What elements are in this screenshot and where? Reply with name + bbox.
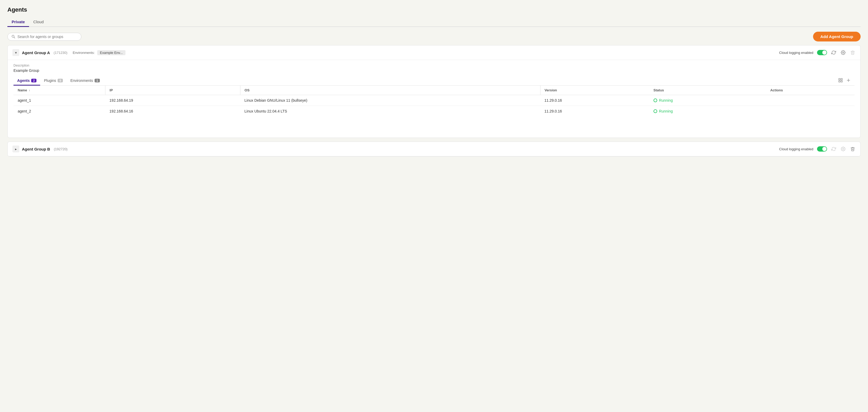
group-header-b: ▸ Agent Group B (192720) Cloud logging e…	[8, 142, 860, 156]
table-spacer	[13, 117, 855, 137]
page-container: Agents Private Cloud Add Agent Group ▾ A…	[0, 0, 868, 167]
group-b-id: (192720)	[54, 147, 68, 151]
agent-1-os: Linux Debian GNU/Linux 11 (bullseye)	[240, 95, 540, 106]
search-box	[7, 33, 81, 41]
inner-tab-agents-label: Agents	[17, 78, 30, 83]
expand-group-b-button[interactable]: ▸	[12, 146, 19, 152]
table-row: agent_1 192.168.64.19 Linux Debian GNU/L…	[13, 95, 855, 106]
group-a-env-label: Environments:	[73, 51, 95, 55]
grid-icon	[838, 78, 843, 83]
group-a-delete-button[interactable]	[850, 50, 856, 56]
agent-2-status-dot	[653, 109, 657, 113]
delete-icon	[850, 147, 855, 151]
inner-tab-plugins-a[interactable]: Plugins 0	[40, 76, 67, 86]
inner-tab-plugins-badge: 0	[58, 79, 63, 83]
add-agent-button[interactable]	[845, 77, 851, 83]
svg-rect-6	[841, 81, 842, 82]
svg-rect-5	[839, 81, 840, 82]
agent-2-version: 11.29.0.16	[540, 106, 649, 117]
agent-2-os: Linux Ubuntu 22.04.4 LTS	[240, 106, 540, 117]
col-header-version: Version	[540, 86, 649, 95]
refresh-icon	[831, 147, 836, 151]
svg-rect-3	[839, 78, 840, 80]
sort-arrow-name: ↑	[29, 89, 30, 92]
group-header-left-a: ▾ Agent Group A (171230) Environments: E…	[12, 49, 776, 56]
group-card-a: ▾ Agent Group A (171230) Environments: E…	[7, 45, 861, 138]
plus-icon	[846, 78, 851, 83]
agents-table-container-a: Name ↑ IP OS Version Status Actions agen…	[13, 86, 855, 137]
col-header-os: OS	[240, 86, 540, 95]
group-a-cloud-logging-label: Cloud logging enabled	[779, 51, 813, 55]
col-header-name: Name ↑	[13, 86, 105, 95]
inner-tabs-actions	[838, 77, 855, 84]
search-icon	[11, 35, 15, 38]
tab-cloud[interactable]: Cloud	[29, 18, 48, 27]
col-header-actions: Actions	[766, 86, 855, 95]
table-row: agent_2 192.168.64.16 Linux Ubuntu 22.04…	[13, 106, 855, 117]
group-b-cloud-logging-toggle[interactable]	[817, 146, 827, 152]
group-header-a: ▾ Agent Group A (171230) Environments: E…	[8, 45, 860, 60]
group-header-right-a: Cloud logging enabled	[779, 50, 856, 56]
toolbar: Add Agent Group	[7, 32, 861, 41]
group-a-settings-button[interactable]	[840, 50, 846, 56]
svg-point-2	[843, 52, 844, 53]
delete-icon	[850, 50, 855, 55]
inner-tab-environments-badge: 1	[95, 79, 100, 83]
inner-tab-agents-a[interactable]: Agents 2	[13, 76, 40, 86]
settings-icon	[841, 50, 845, 55]
group-header-right-b: Cloud logging enabled	[779, 146, 856, 152]
agent-2-status-running: Running	[653, 109, 762, 113]
inner-tabs-a: Agents 2 Plugins 0 Environments 1	[13, 76, 838, 85]
settings-icon	[841, 147, 845, 151]
tab-private[interactable]: Private	[7, 18, 29, 27]
agent-1-version: 11.29.0.16	[540, 95, 649, 106]
collapse-group-a-button[interactable]: ▾	[12, 49, 19, 56]
page-title: Agents	[7, 6, 861, 13]
group-a-name: Agent Group A	[22, 51, 50, 55]
agent-1-status: Running	[649, 95, 766, 106]
group-a-desc-label: Description	[13, 64, 855, 67]
group-b-name: Agent Group B	[22, 147, 50, 151]
table-header-row: Name ↑ IP OS Version Status Actions	[13, 86, 855, 95]
main-tabs-bar: Private Cloud	[7, 18, 861, 27]
svg-rect-4	[841, 78, 842, 80]
agent-2-actions	[766, 106, 855, 117]
agent-2-name: agent_2	[13, 106, 105, 117]
inner-tab-agents-badge: 2	[31, 79, 36, 83]
agent-1-status-dot	[653, 98, 657, 102]
group-b-delete-button[interactable]	[850, 146, 856, 152]
add-agent-group-button[interactable]: Add Agent Group	[813, 32, 861, 41]
inner-tab-environments-label: Environments	[70, 78, 93, 83]
agent-1-status-running: Running	[653, 98, 762, 102]
agent-1-actions	[766, 95, 855, 106]
agent-2-status: Running	[649, 106, 766, 117]
inner-tab-plugins-label: Plugins	[44, 78, 56, 83]
group-header-left-b: ▸ Agent Group B (192720)	[12, 146, 776, 152]
group-a-id: (171230)	[54, 51, 67, 55]
col-header-ip: IP	[105, 86, 240, 95]
inner-tab-environments-a[interactable]: Environments 1	[67, 76, 103, 86]
group-a-refresh-button[interactable]	[831, 50, 837, 56]
search-input[interactable]	[18, 35, 78, 39]
group-body-a: Description Example Group Agents 2 Plugi…	[8, 60, 860, 137]
agent-1-name: agent_1	[13, 95, 105, 106]
svg-point-9	[843, 149, 844, 150]
agents-table-a: Name ↑ IP OS Version Status Actions agen…	[13, 86, 855, 117]
group-a-cloud-logging-toggle[interactable]	[817, 50, 827, 55]
col-header-status: Status	[649, 86, 766, 95]
group-a-env-badge: Example Env...	[97, 50, 125, 55]
agent-2-ip: 192.168.64.16	[105, 106, 240, 117]
group-a-desc-value: Example Group	[13, 68, 855, 73]
refresh-icon	[831, 50, 836, 55]
group-card-b: ▸ Agent Group B (192720) Cloud logging e…	[7, 141, 861, 157]
group-b-settings-button[interactable]	[840, 146, 846, 152]
group-b-refresh-button[interactable]	[831, 146, 837, 152]
group-b-cloud-logging-label: Cloud logging enabled	[779, 147, 813, 151]
agent-1-ip: 192.168.64.19	[105, 95, 240, 106]
grid-view-button[interactable]	[838, 77, 843, 83]
svg-line-1	[14, 37, 15, 38]
